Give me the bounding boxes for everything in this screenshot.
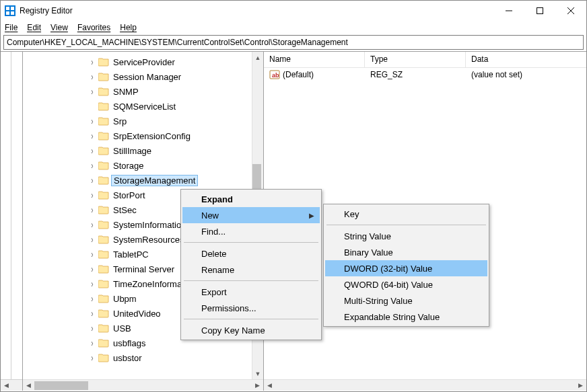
- ctx-expand[interactable]: Expand: [182, 191, 320, 207]
- tree-item-label: StorPort: [112, 190, 147, 200]
- scroll-right-icon[interactable]: ▶: [252, 380, 263, 391]
- tree-item[interactable]: ›ServiceProvider: [23, 54, 252, 69]
- string-value-icon: ab: [269, 69, 280, 80]
- maximize-button[interactable]: [524, 1, 555, 21]
- submenu-arrow-icon: ▶: [309, 212, 314, 219]
- col-header-data[interactable]: Data: [466, 52, 586, 67]
- scroll-up-icon[interactable]: ▲: [252, 52, 263, 63]
- list-row[interactable]: ab (Default) REG_SZ (value not set): [264, 68, 586, 81]
- tree-scrollbar-horizontal[interactable]: ◀ ▶: [23, 379, 263, 391]
- minimize-button[interactable]: [493, 1, 524, 21]
- scroll-right-icon[interactable]: ▶: [575, 380, 586, 391]
- ctx-new-label: New: [201, 210, 219, 221]
- title-bar: Registry Editor: [1, 1, 586, 21]
- expand-chevron-icon[interactable]: ›: [88, 338, 97, 348]
- folder-icon: [98, 323, 109, 333]
- expand-chevron-icon[interactable]: ›: [88, 249, 97, 259]
- expand-chevron-icon[interactable]: ›: [88, 293, 97, 303]
- ctx-find[interactable]: Find...: [182, 223, 320, 239]
- scroll-left-icon[interactable]: ◀: [264, 380, 275, 391]
- tree-item[interactable]: ›usbstor: [23, 350, 252, 365]
- tree-item[interactable]: ›StorageManagement: [23, 173, 252, 188]
- tree-item[interactable]: ›SNMP: [23, 84, 252, 99]
- left-gutter: ◀: [1, 52, 23, 391]
- tree-item-label: SQMServiceList: [112, 102, 177, 112]
- value-data: (value not set): [466, 70, 586, 79]
- menu-file[interactable]: File: [5, 23, 18, 32]
- expand-chevron-icon[interactable]: ›: [88, 175, 97, 185]
- menu-help[interactable]: Help: [120, 23, 137, 32]
- expand-chevron-icon[interactable]: ›: [88, 71, 97, 81]
- scroll-left-icon[interactable]: ◀: [23, 380, 34, 391]
- address-bar[interactable]: Computer\HKEY_LOCAL_MACHINE\SYSTEM\Curre…: [3, 35, 584, 50]
- menu-edit[interactable]: Edit: [27, 23, 41, 32]
- col-header-name[interactable]: Name: [264, 52, 365, 67]
- folder-icon: [98, 309, 109, 318]
- gutter-scroll-h[interactable]: ◀: [1, 379, 22, 391]
- tree-item-label: USB: [112, 323, 133, 334]
- scroll-left-icon[interactable]: ◀: [1, 380, 12, 391]
- new-key[interactable]: Key: [325, 206, 487, 222]
- new-qword[interactable]: QWORD (64-bit) Value: [325, 276, 487, 292]
- menu-favorites[interactable]: Favorites: [77, 23, 110, 32]
- tree-item-label: SNMP: [112, 87, 140, 97]
- expand-chevron-icon[interactable]: ›: [88, 352, 97, 362]
- expand-chevron-icon[interactable]: ›: [88, 323, 97, 333]
- new-string[interactable]: String Value: [325, 228, 487, 244]
- expand-chevron-icon[interactable]: ›: [88, 234, 97, 244]
- tree-item[interactable]: ›SrpExtensionConfig: [23, 128, 252, 143]
- expand-chevron-icon[interactable]: ›: [88, 219, 97, 229]
- tree-item[interactable]: ›Srp: [23, 114, 252, 128]
- value-type: REG_SZ: [365, 70, 466, 79]
- folder-icon: [98, 205, 109, 214]
- new-dword[interactable]: DWORD (32-bit) Value: [325, 260, 487, 276]
- ctx-new[interactable]: New ▶: [182, 207, 320, 223]
- svg-rect-1: [6, 7, 9, 10]
- close-button[interactable]: [555, 1, 586, 21]
- folder-icon: [98, 72, 109, 81]
- new-binary[interactable]: Binary Value: [325, 244, 487, 260]
- tree-item[interactable]: ›StillImage: [23, 143, 252, 158]
- tree-item-label: Ubpm: [112, 294, 138, 304]
- expand-chevron-icon[interactable]: ›: [88, 204, 97, 214]
- scroll-down-icon[interactable]: ▼: [252, 368, 263, 379]
- tree-item-label: TabletPC: [112, 249, 150, 260]
- list-scrollbar-horizontal[interactable]: ◀ ▶: [264, 379, 586, 391]
- tree-item-label: ServiceProvider: [112, 57, 176, 67]
- tree-item[interactable]: SQMServiceList: [23, 99, 252, 114]
- svg-rect-3: [6, 11, 9, 15]
- tree-item-label: StillImage: [112, 146, 153, 156]
- expand-chevron-icon[interactable]: ›: [88, 56, 97, 67]
- tree-item-label: StSec: [112, 205, 138, 215]
- scrollbar-thumb[interactable]: [34, 381, 88, 390]
- tree-item[interactable]: ›Session Manager: [23, 69, 252, 84]
- folder-icon: [98, 146, 109, 155]
- expand-chevron-icon[interactable]: ›: [88, 116, 97, 126]
- expand-chevron-icon[interactable]: ›: [88, 130, 97, 141]
- expand-chevron-icon[interactable]: ›: [88, 190, 97, 200]
- tree-item[interactable]: ›Storage: [23, 158, 252, 173]
- ctx-copy-key-name[interactable]: Copy Key Name: [182, 322, 320, 338]
- folder-icon: [98, 102, 109, 111]
- ctx-delete[interactable]: Delete: [182, 245, 320, 262]
- expand-chevron-icon[interactable]: ›: [88, 86, 97, 96]
- expand-chevron-icon[interactable]: ›: [88, 278, 97, 288]
- folder-icon: [98, 279, 109, 288]
- col-header-type[interactable]: Type: [365, 52, 466, 67]
- menu-view[interactable]: View: [50, 23, 68, 32]
- expand-chevron-icon[interactable]: ›: [88, 308, 97, 318]
- separator: [326, 225, 486, 225]
- expand-chevron-icon[interactable]: ›: [88, 145, 97, 155]
- folder-icon: [98, 264, 109, 274]
- expand-chevron-icon[interactable]: ›: [88, 264, 97, 274]
- svg-rect-4: [11, 11, 14, 15]
- expand-chevron-icon[interactable]: ›: [88, 160, 97, 170]
- tree-item-label: Srp: [112, 116, 128, 126]
- new-expandable-string[interactable]: Expandable String Value: [325, 309, 487, 325]
- value-name: (Default): [283, 70, 314, 79]
- ctx-permissions[interactable]: Permissions...: [182, 300, 320, 316]
- ctx-export[interactable]: Export: [182, 284, 320, 300]
- new-multi-string[interactable]: Multi-String Value: [325, 292, 487, 309]
- ctx-rename[interactable]: Rename: [182, 262, 320, 278]
- folder-icon: [98, 161, 109, 170]
